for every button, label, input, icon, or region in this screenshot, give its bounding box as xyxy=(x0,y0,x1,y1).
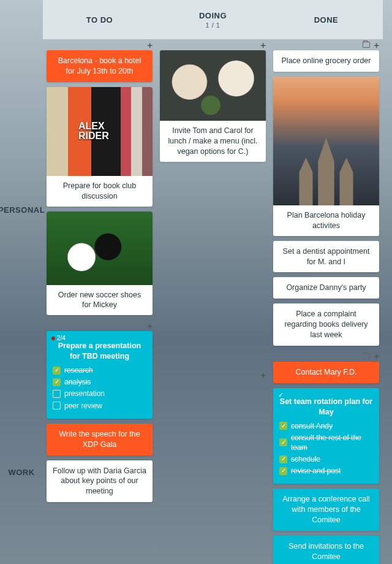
checkbox-icon: ✓ xyxy=(53,378,61,386)
checklist-item[interactable]: ✓analysis xyxy=(53,377,146,387)
column-header-todo: TO DO xyxy=(43,0,156,39)
folder-icon[interactable] xyxy=(363,42,370,48)
card-image-books xyxy=(47,87,153,176)
checkbox-icon: ✓ xyxy=(279,422,287,430)
checklist-item[interactable]: peer review xyxy=(53,401,146,411)
card-caption: Order new soccer shoes for Mickey xyxy=(47,285,153,316)
column-header-doing: DOING 1 / 1 xyxy=(156,0,270,39)
lane-personal-todo: Barcelona - book a hotel for July 13th t… xyxy=(43,50,156,320)
checklist-item[interactable]: ✓consult the rest of the team xyxy=(279,433,373,452)
card-image-food xyxy=(160,50,266,121)
add-card-icon[interactable]: + xyxy=(260,370,266,379)
card-checklist[interactable]: ✓ Set team rotation plan for May ✓consul… xyxy=(273,388,379,484)
add-card-icon[interactable]: + xyxy=(147,40,153,50)
card[interactable]: Organize Danny's party xyxy=(273,277,379,299)
done-check-icon: ✓ xyxy=(278,391,284,400)
checkbox-icon: ✓ xyxy=(279,438,287,446)
card-caption: Invite Tom and Carol for lunch / make a … xyxy=(160,121,266,162)
row-label-personal: PERSONAL xyxy=(0,50,43,369)
pin-icon xyxy=(51,337,55,340)
card[interactable]: Barcelona - book a hotel for July 13th t… xyxy=(47,50,153,82)
checklist-item[interactable]: ✓consult Andy xyxy=(279,421,373,431)
lane-header-work-done: + xyxy=(270,351,383,362)
checklist-item[interactable]: presentation xyxy=(53,389,146,398)
card-title: Set team rotation plan for May xyxy=(279,397,373,417)
column-doing: DOING 1 / 1 + Invite Tom and Carol for l… xyxy=(156,0,270,564)
lane-header-personal-todo: + xyxy=(43,39,156,50)
checkbox-icon xyxy=(53,390,61,398)
card[interactable]: Place a complaint regarding books delive… xyxy=(273,303,379,346)
pin-badge: 2/4 xyxy=(51,334,66,343)
card[interactable]: Plan Barcelona holiday activites xyxy=(273,77,379,236)
lane-work-todo: 2/4 Prepare a presentation for TBD meeti… xyxy=(43,331,156,507)
card[interactable]: Order new soccer shoes for Mickey xyxy=(47,212,153,316)
card[interactable]: Prepare for book club discussion xyxy=(47,87,153,207)
lane-header-work-doing: + xyxy=(156,369,270,380)
card-checklist[interactable]: 2/4 Prepare a presentation for TBD meeti… xyxy=(47,331,153,419)
card[interactable]: Set a dentist appointment for M. and I xyxy=(273,241,379,273)
card-image-church xyxy=(273,77,379,205)
card[interactable]: Invite Tom and Carol for lunch / make a … xyxy=(160,50,266,162)
checkbox-icon: ✓ xyxy=(53,367,61,375)
checklist-item[interactable]: ✓schedule xyxy=(279,454,373,464)
folder-icon[interactable] xyxy=(363,353,370,359)
checkbox-icon xyxy=(53,402,61,410)
checkbox-icon: ✓ xyxy=(279,467,287,475)
card[interactable]: Place online grocery order xyxy=(273,50,379,72)
column-count: 1 / 1 xyxy=(206,21,221,29)
column-done: DONE + Place online grocery order Plan B… xyxy=(270,0,383,564)
column-header-done: DONE xyxy=(270,0,383,39)
card[interactable]: Send invitations to the Comitee xyxy=(273,536,379,564)
checklist-item[interactable]: ✓revise and post xyxy=(279,466,373,476)
card[interactable]: Arrange a conference call with members o… xyxy=(273,489,379,531)
lane-header-personal-doing: + xyxy=(156,39,270,50)
row-labels-column: PERSONAL WORK xyxy=(0,0,43,564)
lane-work-done: Contact Mary F.D. ✓ Set team rotation pl… xyxy=(270,362,383,564)
lane-work-doing xyxy=(156,380,270,385)
card[interactable]: Follow up with Daria Garcia about key po… xyxy=(47,460,153,503)
add-card-icon[interactable]: + xyxy=(374,40,379,50)
checkbox-icon: ✓ xyxy=(279,455,287,463)
column-todo: TO DO + Barcelona - book a hotel for Jul… xyxy=(43,0,156,564)
card[interactable]: Contact Mary F.D. xyxy=(273,362,379,383)
card-caption: Plan Barcelona holiday activites xyxy=(273,205,379,236)
card-title: Prepare a presentation for TBD meeting xyxy=(53,341,146,362)
lane-personal-doing: Invite Tom and Carol for lunch / make a … xyxy=(156,50,270,369)
add-card-icon[interactable]: + xyxy=(147,321,153,330)
lane-personal-done: Place online grocery order Plan Barcelon… xyxy=(270,50,383,351)
add-card-icon[interactable]: + xyxy=(374,351,379,360)
lane-header-personal-done: + xyxy=(270,39,383,50)
lane-header-work-todo: + xyxy=(43,320,156,331)
card-caption: Prepare for book club discussion xyxy=(47,176,153,207)
card[interactable]: Write the speech for the XDP Gala xyxy=(47,424,153,455)
row-label-work: WORK xyxy=(0,380,43,564)
checklist-item[interactable]: ✓research xyxy=(53,365,146,375)
add-card-icon[interactable]: + xyxy=(260,40,266,50)
card-image-soccer xyxy=(47,212,153,285)
